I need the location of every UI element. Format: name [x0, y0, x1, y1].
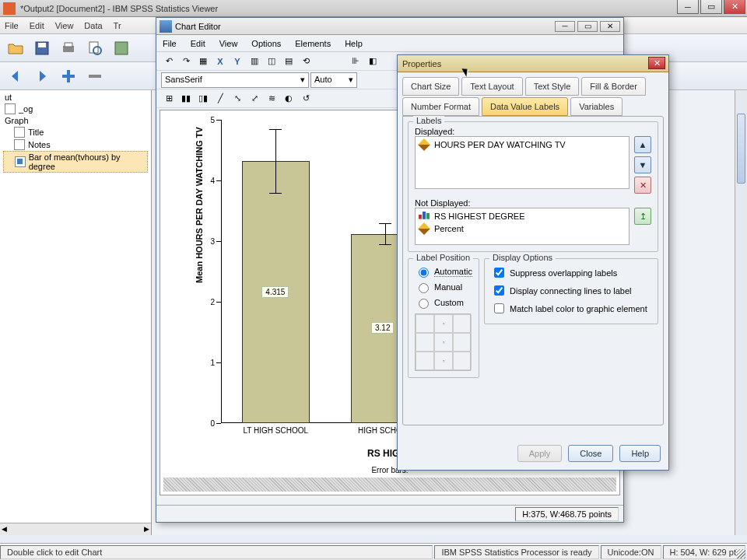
tool-icon[interactable]: ▯▮	[195, 91, 211, 107]
ce-close-button[interactable]: ✕	[600, 21, 620, 32]
x-axis-icon[interactable]: X	[212, 54, 228, 69]
list-item[interactable]: RS HIGHEST DEGREE	[419, 210, 626, 222]
ce-maximize-button[interactable]: ▭	[577, 21, 598, 32]
chart-icon	[15, 156, 26, 167]
ce-menu-help[interactable]: Help	[345, 39, 363, 48]
open-icon[interactable]	[5, 37, 26, 59]
tool-icon[interactable]: ⤢	[247, 91, 262, 107]
outline-item[interactable]: _og	[3, 103, 148, 115]
list-item[interactable]: Percent	[419, 222, 626, 235]
tool-icon[interactable]: ◫	[264, 54, 279, 69]
tool-icon[interactable]: ⊪	[348, 54, 363, 69]
outline-hscroll[interactable]	[0, 523, 151, 535]
add-button[interactable]: ↥	[634, 208, 651, 225]
y-tick-label: 4	[210, 177, 221, 185]
data-value-label[interactable]: 3.12	[371, 322, 394, 334]
font-size-combo[interactable]: Auto▾	[310, 72, 357, 88]
move-up-button[interactable]: ▲	[634, 136, 651, 153]
tool-icon[interactable]: ↺	[298, 91, 314, 107]
nominal-var-icon	[419, 211, 430, 222]
outline-item[interactable]: Notes	[3, 138, 148, 151]
tab-text-style[interactable]: Text Style	[525, 77, 580, 96]
svg-rect-6	[115, 42, 128, 54]
properties-titlebar[interactable]: Properties ✕	[398, 55, 668, 72]
list-item[interactable]: HOURS PER DAY WATCHING TV	[419, 138, 626, 151]
radio-custom[interactable]: Custom	[415, 295, 472, 310]
svg-rect-1	[38, 43, 46, 47]
tab-number-format[interactable]: Number Format	[402, 97, 479, 116]
chart-editor-titlebar[interactable]: Chart Editor ─ ▭ ✕	[156, 18, 623, 35]
help-button[interactable]: Help	[619, 445, 661, 462]
toolbar-icon[interactable]	[110, 37, 132, 59]
ce-minimize-button[interactable]: ─	[555, 21, 575, 32]
radio-manual[interactable]: Manual	[415, 279, 472, 295]
tool-icon[interactable]: ≋	[264, 91, 279, 107]
back-icon[interactable]	[5, 65, 26, 87]
add-icon[interactable]	[58, 65, 79, 87]
print-icon[interactable]	[58, 37, 79, 59]
menu-edit[interactable]: Edit	[30, 21, 44, 30]
tool-icon[interactable]: ⊞	[161, 91, 177, 107]
viewer-vscroll[interactable]	[735, 90, 747, 535]
tab-fill-border[interactable]: Fill & Border	[581, 77, 646, 96]
outline-item-selected[interactable]: Bar of mean(tvhours) by degree	[3, 151, 148, 173]
category-label: LT HIGH SCHOOL	[229, 426, 322, 435]
outline-item[interactable]: ut	[3, 92, 148, 103]
page-icon	[5, 103, 16, 114]
tool-icon[interactable]: ⤡	[230, 91, 245, 107]
display-options-group: Display Options Suppress overlapping lab…	[484, 258, 658, 324]
tool-icon[interactable]: ◐	[281, 91, 296, 107]
menu-transform[interactable]: Tr	[114, 21, 121, 30]
remove-button[interactable]: ✕	[634, 177, 651, 194]
save-icon[interactable]	[31, 37, 53, 59]
check-lines[interactable]: Display connecting lines to label	[491, 282, 651, 299]
ce-menu-elements[interactable]: Elements	[295, 39, 331, 48]
menu-file[interactable]: File	[5, 21, 19, 30]
font-family-combo[interactable]: SansSerif▾	[161, 72, 309, 88]
y-axis-icon[interactable]: Y	[230, 54, 245, 69]
tab-chart-size[interactable]: Chart Size	[402, 77, 459, 96]
status-processor: IBM SPSS Statistics Processor is ready	[434, 545, 598, 559]
ce-menu-file[interactable]: File	[163, 39, 177, 48]
not-displayed-listbox[interactable]: RS HIGHEST DEGREE Percent	[415, 208, 630, 245]
maximize-button[interactable]: ▭	[700, 0, 722, 14]
ce-menu-edit[interactable]: Edit	[191, 39, 205, 48]
bar-chart-icon[interactable]: ▮▮	[178, 91, 194, 107]
viewer-title: *Output2 [Document2] - IBM SPSS Statisti…	[19, 4, 747, 13]
minimize-button[interactable]: ─	[677, 0, 699, 14]
close-dialog-button[interactable]: Close	[568, 445, 613, 462]
radio-automatic[interactable]: Automatic	[415, 264, 472, 279]
tab-data-value-labels[interactable]: Data Value Labels	[482, 97, 568, 116]
line-chart-icon[interactable]: ╱	[212, 91, 228, 107]
tab-variables[interactable]: Variables	[570, 97, 622, 116]
close-button[interactable]: ✕	[724, 0, 745, 14]
ce-menu-options[interactable]: Options	[251, 39, 281, 48]
chart-footer-hatch	[163, 478, 616, 492]
outline-item[interactable]: Graph	[3, 115, 148, 126]
tool-icon[interactable]: ◧	[365, 54, 381, 69]
tab-text-layout[interactable]: Text Layout	[461, 77, 522, 96]
properties-close-button[interactable]: ✕	[648, 57, 665, 69]
menu-view[interactable]: View	[55, 21, 74, 30]
check-match[interactable]: Match label color to graphic element	[491, 299, 651, 317]
move-down-button[interactable]: ▼	[634, 156, 651, 173]
tool-icon[interactable]: ⟲	[298, 54, 314, 69]
data-value-label[interactable]: 4.315	[261, 286, 289, 298]
outline-item[interactable]: Title	[3, 126, 148, 138]
resize-grip-icon[interactable]	[736, 549, 745, 558]
viewer-titlebar[interactable]: *Output2 [Document2] - IBM SPSS Statisti…	[0, 0, 747, 17]
props-icon[interactable]: ▦	[195, 54, 211, 69]
ce-menu-view[interactable]: View	[219, 39, 238, 48]
check-suppress[interactable]: Suppress overlapping labels	[491, 264, 651, 282]
redo-icon[interactable]: ↷	[178, 54, 194, 69]
undo-icon[interactable]: ↶	[161, 54, 177, 69]
position-grid[interactable]: ▫ ▫ ▫	[415, 313, 471, 371]
forward-icon[interactable]	[31, 65, 53, 87]
tool-icon[interactable]: ▥	[247, 54, 262, 69]
apply-button[interactable]: Apply	[517, 445, 563, 462]
print-preview-icon[interactable]	[84, 37, 106, 59]
menu-data[interactable]: Data	[84, 21, 102, 30]
remove-icon[interactable]	[84, 65, 106, 87]
displayed-listbox[interactable]: HOURS PER DAY WATCHING TV	[415, 136, 630, 189]
tool-icon[interactable]: ▤	[281, 54, 296, 69]
